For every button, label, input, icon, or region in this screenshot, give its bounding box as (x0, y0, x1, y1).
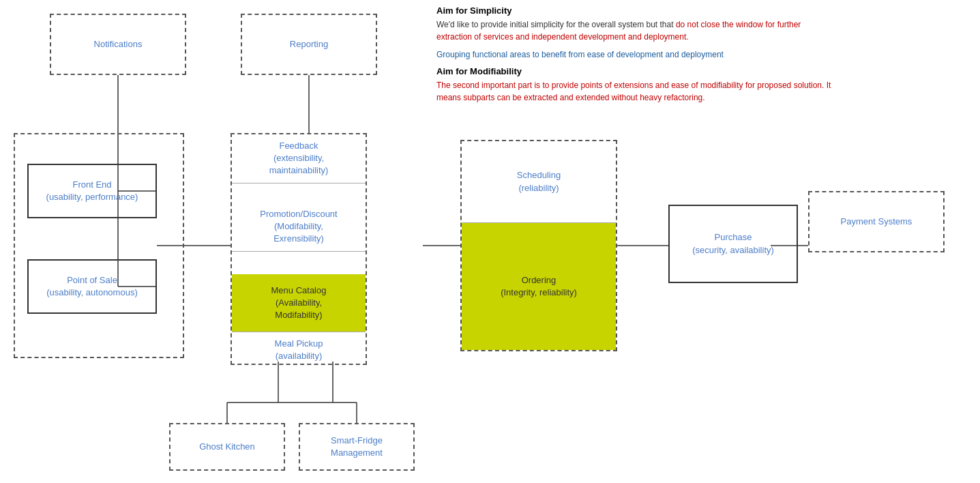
heading-modifiability: Aim for Modifiability (436, 66, 832, 76)
right-area: Scheduling(reliability) Ordering(Integri… (423, 133, 980, 406)
center-group-container: Feedback(extensibility,maintainability) … (231, 133, 367, 365)
text-panel: Aim for Simplicity We'd like to provide … (436, 5, 832, 109)
diagram-left: Notifications Reporting Front End(usabil… (0, 0, 423, 483)
pos-label: Point of Sale(usability, autonomous) (46, 274, 137, 299)
ghost-kitchen-label: Ghost Kitchen (199, 441, 255, 453)
promotion-label: Promotion/Discount(Modifability,Exrensib… (260, 209, 337, 244)
scheduling-section: Scheduling(reliability) (462, 141, 616, 223)
feedback-label: Feedback(extensibility,maintainability) (269, 141, 329, 175)
meal-pickup-label: Meal Pickup(availability) (275, 338, 323, 361)
frontend-box: Front End(usability, performance) (27, 164, 157, 218)
ordering-section: Ordering(Integrity, reliability) (462, 223, 616, 350)
meal-pickup-section: Meal Pickup(availability) (232, 332, 366, 368)
para-simplicity: We'd like to provide initial simplicity … (436, 18, 832, 43)
para-grouping: Grouping functional areas to benefit fro… (436, 48, 832, 61)
frontend-label: Front End(usability, performance) (46, 179, 138, 203)
pos-box: Point of Sale(usability, autonomous) (27, 259, 157, 314)
payment-systems-label: Payment Systems (841, 216, 912, 228)
menu-catalog-label: Menu Catalog(Availability,Modifability) (271, 284, 327, 322)
ghost-kitchen-box: Ghost Kitchen (169, 423, 285, 471)
scheduling-label: Scheduling(reliability) (517, 169, 561, 194)
ordering-label: Ordering(Integrity, reliability) (501, 274, 577, 299)
promotion-section: Promotion/Discount(Modifability,Exrensib… (232, 203, 366, 252)
reporting-box: Reporting (241, 14, 377, 75)
reporting-label: Reporting (290, 38, 328, 50)
feedback-section: Feedback(extensibility,maintainability) (232, 134, 366, 184)
para-modifiability: The second important part is to provide … (436, 79, 832, 104)
scheduling-ordering-group: Scheduling(reliability) Ordering(Integri… (460, 140, 617, 351)
notifications-label: Notifications (94, 38, 143, 50)
smart-fridge-label: Smart-FridgeManagement (331, 435, 383, 459)
purchase-label: Purchase(security, availability) (692, 231, 774, 256)
smart-fridge-box: Smart-FridgeManagement (299, 423, 415, 471)
purchase-box: Purchase(security, availability) (668, 205, 798, 283)
menu-catalog-section: Menu Catalog(Availability,Modifability) (232, 274, 366, 332)
notifications-box: Notifications (50, 14, 186, 75)
heading-simplicity: Aim for Simplicity (436, 5, 832, 16)
payment-systems-box: Payment Systems (808, 191, 945, 252)
